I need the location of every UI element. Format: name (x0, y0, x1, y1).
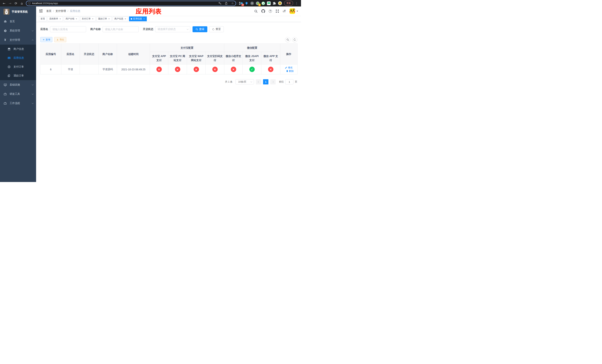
close-icon[interactable]: × (143, 18, 145, 20)
edit-link[interactable]: 修改 (285, 66, 293, 69)
chevron-down-icon (32, 102, 34, 104)
annotation-app-list: 应用列表 (136, 7, 161, 16)
col-created: 创建时间 (117, 44, 150, 64)
page-1-button[interactable]: 1 (263, 79, 269, 85)
next-page-button[interactable] (270, 79, 276, 85)
table-row: 6 芋道 芋道源码 2021-10-23 08:49:25 × × × × × (41, 64, 298, 75)
sidebar-item-app-info[interactable]: 应用信息 (0, 54, 36, 62)
sidebar-item-merchant-info[interactable]: 商户信息 (0, 45, 36, 54)
breadcrumb-current: 应用信息 (70, 10, 80, 13)
sidebar-item-workflow[interactable]: 工作流程 (0, 99, 36, 108)
logo-image (3, 9, 10, 15)
browser-forward-button[interactable]: → (7, 1, 13, 6)
toolbox-icon (3, 92, 7, 96)
search-icon[interactable] (254, 10, 258, 13)
status-wx-lite: × (231, 67, 236, 72)
browser-menu-icon[interactable]: ⋮ (294, 2, 299, 5)
extension-command-icon[interactable]: ⌘ (250, 1, 254, 5)
sidebar-toggle-icon[interactable] (39, 9, 43, 13)
font-size-icon[interactable]: TT (283, 10, 286, 13)
caret-down-icon (297, 11, 298, 12)
sidebar-item-dev-tools[interactable]: 研发工具 (0, 89, 36, 99)
goto-page-input[interactable] (285, 79, 293, 85)
help-icon[interactable]: ? (269, 10, 272, 13)
app-title: 芋道管理系统 (12, 10, 28, 13)
dashboard-icon (3, 20, 7, 23)
merchant-name-input[interactable] (103, 26, 139, 32)
breadcrumb-home[interactable]: 首页 (46, 10, 52, 13)
yen-circle-icon (7, 65, 11, 68)
tab-app-info[interactable]: 应用信息× (129, 16, 147, 21)
sidebar-item-payment[interactable]: ¥ 支付管理 (0, 35, 36, 45)
sidebar-item-system[interactable]: 系统管理 (0, 26, 36, 35)
app-name-input[interactable] (50, 26, 86, 32)
address-bar[interactable]: i localhost:1024/pay/app ☆ (26, 1, 236, 6)
navbar-actions: ? TT (254, 8, 298, 14)
monitor-icon (3, 83, 7, 86)
extensions-puzzle-icon[interactable] (272, 1, 276, 5)
extension-gem-icon[interactable] (245, 1, 249, 5)
user-menu[interactable] (290, 8, 298, 14)
col-status: 开启状态 (80, 44, 98, 64)
search-button[interactable]: 搜索 (193, 26, 207, 32)
extension-chat-icon[interactable] (267, 1, 271, 5)
extension-grid-icon[interactable]: 10 (239, 1, 243, 5)
document-icon (7, 74, 11, 77)
add-button[interactable]: 新增 (40, 37, 52, 42)
site-info-icon[interactable]: i (28, 2, 31, 5)
breadcrumb: 首页 / 支付管理 / 应用信息 (46, 10, 80, 13)
tab-user-group[interactable]: 用户分组× (64, 16, 79, 21)
extension-badge-orange: 1 (258, 4, 261, 6)
close-icon[interactable]: × (124, 18, 127, 20)
chrome-update-button[interactable]: 更新 (284, 1, 293, 6)
close-icon[interactable]: × (108, 18, 110, 20)
status-select[interactable]: 请选择开启状态 (155, 26, 190, 32)
status-alipay-qr: × (212, 67, 218, 72)
app-logo[interactable]: 芋道管理系统 (0, 7, 36, 17)
breadcrumb-payment[interactable]: 支付管理 (55, 10, 66, 13)
extension-recorder-icon[interactable]: 1 (256, 1, 260, 5)
close-icon[interactable]: × (92, 18, 94, 20)
briefcase-icon (3, 102, 7, 105)
sidebar-item-payment-orders[interactable]: 支付订单 (0, 62, 36, 71)
close-icon[interactable]: × (59, 18, 61, 20)
chevron-down-icon (32, 84, 34, 85)
refresh-table-button[interactable] (292, 37, 297, 42)
github-icon[interactable] (261, 9, 265, 13)
sidebar-item-home[interactable]: 首页 (0, 17, 36, 26)
tab-payment-orders[interactable]: 支付订单× (80, 16, 96, 21)
sidebar-item-infrastructure[interactable]: 基础设施 (0, 80, 36, 89)
page-unit-label: 页 (295, 80, 297, 84)
reset-button[interactable]: 重置 (209, 26, 224, 32)
tab-process-form[interactable]: 流程表单× (48, 16, 63, 21)
export-button[interactable]: 导出 (54, 37, 66, 42)
extension-y-icon[interactable]: y (261, 1, 265, 5)
profile-emoji-icon[interactable] (278, 1, 282, 5)
avatar[interactable] (290, 8, 295, 14)
prev-page-button[interactable] (256, 79, 261, 85)
page-size-select[interactable]: 10条/页 (236, 79, 254, 85)
browser-back-button[interactable]: ← (1, 1, 7, 6)
delete-link[interactable]: 删除 (286, 69, 294, 73)
extension-badge: 10 (241, 4, 244, 6)
bookmark-star-icon[interactable]: ☆ (230, 1, 235, 6)
status-alipay-app: × (156, 67, 162, 72)
browser-reload-button[interactable]: ⟳ (13, 1, 19, 6)
close-icon[interactable]: × (75, 18, 77, 20)
tab-merchant-info[interactable]: 商户信息× (113, 16, 128, 21)
share-icon[interactable] (224, 1, 229, 6)
sidebar-item-refund-orders[interactable]: 退款订单 (0, 71, 36, 80)
browser-home-button[interactable]: ⌂ (19, 1, 24, 6)
chevron-down-icon (32, 93, 34, 95)
tab-refund-orders[interactable]: 退款订单× (97, 16, 112, 21)
tab-home[interactable]: 首页 (39, 16, 47, 21)
page-content: 应用名 商户名称 开启状态 请选择开启状态 搜索 (36, 22, 301, 182)
toggle-search-button[interactable] (285, 37, 290, 42)
merchant-name-label: 商户名称 (90, 28, 101, 31)
status-alipay-pc: × (175, 67, 180, 72)
sidebar-menu: 首页 系统管理 ¥ 支付管理 商户信息 应用信息 (0, 17, 36, 108)
chevron-down-icon (32, 30, 34, 31)
fullscreen-icon[interactable] (276, 10, 279, 13)
status-wx-jsapi: ✓ (249, 67, 255, 72)
password-key-icon[interactable] (217, 1, 222, 6)
